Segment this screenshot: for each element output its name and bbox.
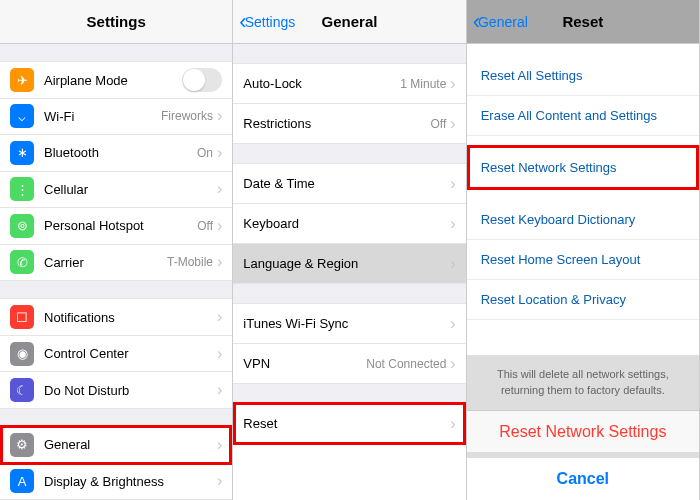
reset-option[interactable]: Reset Keyboard Dictionary <box>467 200 699 240</box>
settings-row[interactable]: ⊚Personal HotspotOff› <box>0 208 232 244</box>
row-label: Keyboard <box>243 216 450 231</box>
settings-row[interactable]: ⋮Cellular› <box>0 172 232 208</box>
row-label: Airplane Mode <box>44 73 182 88</box>
reset-option[interactable]: Reset Home Screen Layout <box>467 240 699 280</box>
row-label: Carrier <box>44 255 167 270</box>
chevron-right-icon: › <box>450 355 455 373</box>
settings-row[interactable]: Language & Region› <box>233 244 465 284</box>
header-general: ‹Settings General <box>233 0 465 44</box>
row-label: Reset <box>243 416 450 431</box>
header-reset: ‹General Reset <box>467 0 699 44</box>
row-label: Language & Region <box>243 256 450 271</box>
row-label: iTunes Wi-Fi Sync <box>243 316 450 331</box>
sheet-message: This will delete all network settings, r… <box>467 355 699 410</box>
row-icon: ⌵ <box>10 104 34 128</box>
settings-row[interactable]: Keyboard› <box>233 204 465 244</box>
row-label: Bluetooth <box>44 145 197 160</box>
settings-row[interactable]: RestrictionsOff› <box>233 104 465 144</box>
row-value: Not Connected <box>366 357 446 371</box>
chevron-right-icon: › <box>450 75 455 93</box>
header-settings: Settings <box>0 0 232 44</box>
toggle-switch[interactable] <box>182 68 222 92</box>
row-icon: ∗ <box>10 141 34 165</box>
row-label: Restrictions <box>243 116 430 131</box>
settings-row[interactable]: ⌵Wi-FiFireworks› <box>0 99 232 135</box>
row-icon: ⊚ <box>10 214 34 238</box>
row-icon: ✈ <box>10 68 34 92</box>
settings-row[interactable]: ADisplay & Brightness› <box>0 464 232 500</box>
title: Reset <box>562 13 603 30</box>
settings-row[interactable]: VPNNot Connected› <box>233 344 465 384</box>
sheet-confirm-button[interactable]: Reset Network Settings <box>467 410 699 452</box>
chevron-right-icon: › <box>450 415 455 433</box>
section-gap <box>0 44 232 62</box>
reset-option[interactable]: Erase All Content and Settings <box>467 96 699 136</box>
settings-row[interactable]: Date & Time› <box>233 164 465 204</box>
row-value: T-Mobile <box>167 255 213 269</box>
action-sheet: This will delete all network settings, r… <box>467 355 699 500</box>
row-label: Date & Time <box>243 176 450 191</box>
row-value: 1 Minute <box>400 77 446 91</box>
chevron-right-icon: › <box>450 175 455 193</box>
row-icon: ☐ <box>10 305 34 329</box>
chevron-right-icon: › <box>450 315 455 333</box>
row-icon: ⋮ <box>10 177 34 201</box>
row-label: VPN <box>243 356 366 371</box>
chevron-right-icon: › <box>217 381 222 399</box>
settings-row[interactable]: ⚙General› <box>0 427 232 463</box>
reset-option[interactable]: Reset Network Settings <box>467 148 699 188</box>
back-button[interactable]: ‹Settings <box>239 11 295 33</box>
chevron-right-icon: › <box>450 115 455 133</box>
settings-row[interactable]: ☾Do Not Disturb› <box>0 372 232 408</box>
settings-row[interactable]: ◉Control Center› <box>0 336 232 372</box>
row-label: Cellular <box>44 182 217 197</box>
row-value: Fireworks <box>161 109 213 123</box>
settings-row[interactable]: ∗BluetoothOn› <box>0 135 232 171</box>
section-gap <box>233 44 465 64</box>
settings-row[interactable]: ✈Airplane Mode <box>0 62 232 98</box>
section-gap <box>233 284 465 304</box>
sheet-cancel-button[interactable]: Cancel <box>467 458 699 500</box>
settings-row[interactable]: ✆CarrierT-Mobile› <box>0 245 232 281</box>
section-gap <box>233 384 465 404</box>
chevron-right-icon: › <box>217 217 222 235</box>
chevron-right-icon: › <box>217 345 222 363</box>
row-value: On <box>197 146 213 160</box>
section-gap <box>0 409 232 427</box>
chevron-right-icon: › <box>217 253 222 271</box>
reset-option[interactable]: Reset All Settings <box>467 56 699 96</box>
chevron-right-icon: › <box>217 436 222 454</box>
row-value: Off <box>197 219 213 233</box>
row-label: Notifications <box>44 310 217 325</box>
chevron-right-icon: › <box>217 308 222 326</box>
back-button[interactable]: ‹General <box>473 11 528 33</box>
row-icon: A <box>10 469 34 493</box>
settings-row[interactable]: Auto-Lock1 Minute› <box>233 64 465 104</box>
row-label: Control Center <box>44 346 217 361</box>
highlight-box <box>467 145 699 190</box>
row-label: Display & Brightness <box>44 474 217 489</box>
row-icon: ◉ <box>10 342 34 366</box>
section-gap <box>233 144 465 164</box>
reset-option[interactable]: Reset Location & Privacy <box>467 280 699 320</box>
row-label: Wi-Fi <box>44 109 161 124</box>
section-gap <box>0 281 232 299</box>
row-label: Personal Hotspot <box>44 218 197 233</box>
row-icon: ☾ <box>10 378 34 402</box>
row-label: Auto-Lock <box>243 76 400 91</box>
chevron-right-icon: › <box>217 472 222 490</box>
row-label: Do Not Disturb <box>44 383 217 398</box>
row-icon: ✆ <box>10 250 34 274</box>
chevron-right-icon: › <box>217 107 222 125</box>
settings-row[interactable]: ☐Notifications› <box>0 299 232 335</box>
chevron-right-icon: › <box>217 180 222 198</box>
row-value: Off <box>431 117 447 131</box>
chevron-right-icon: › <box>450 255 455 273</box>
settings-row[interactable]: iTunes Wi-Fi Sync› <box>233 304 465 344</box>
title: General <box>322 13 378 30</box>
settings-row[interactable]: Reset› <box>233 404 465 444</box>
chevron-right-icon: › <box>450 215 455 233</box>
title: Settings <box>87 13 146 30</box>
row-icon: ⚙ <box>10 433 34 457</box>
chevron-right-icon: › <box>217 144 222 162</box>
